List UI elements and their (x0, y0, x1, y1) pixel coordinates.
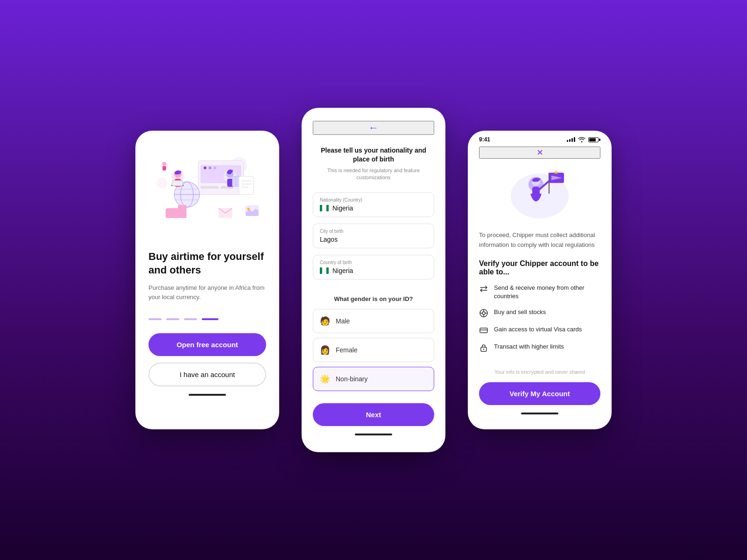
phone-3-content: ✕ (468, 147, 612, 429)
close-button[interactable]: ✕ (479, 147, 600, 159)
nationality-value: Nigeria (320, 204, 427, 212)
svg-rect-27 (239, 176, 254, 195)
city-label: City of birth (320, 229, 427, 234)
feature-4: Transact with higher limits (479, 343, 600, 352)
feature-4-text: Transact with higher limits (494, 343, 564, 351)
verify-illustration (479, 168, 600, 219)
male-emoji: 🧑 (320, 316, 330, 326)
time: 9:41 (479, 136, 490, 143)
svg-rect-26 (162, 166, 166, 171)
encrypted-note: Your info is encrypted and never shared (479, 369, 600, 375)
gender-female-option[interactable]: 👩 Female (313, 338, 434, 362)
gender-male-option[interactable]: 🧑 Male (313, 309, 434, 333)
flag-stripe-1 (320, 205, 322, 211)
feature-1: Send & receive money from other countrie… (479, 284, 600, 301)
verify-description: To proceed, Chipper must collect additio… (479, 231, 600, 250)
female-emoji: 👩 (320, 345, 330, 355)
feature-3: Gain access to virtual Visa cards (479, 325, 600, 335)
male-label: Male (336, 317, 350, 325)
nationality-field[interactable]: Nationality (Country) Nigeria (313, 192, 434, 217)
flag-stripe-3 (326, 205, 329, 211)
city-field[interactable]: City of birth Lagos (313, 224, 434, 248)
home-indicator-3 (521, 413, 558, 414)
svg-point-6 (214, 167, 217, 169)
svg-rect-7 (200, 186, 218, 189)
phone-1-illustration (148, 146, 266, 239)
city-value: Lagos (320, 236, 427, 243)
verify-svg (507, 168, 572, 219)
svg-point-50 (483, 349, 484, 350)
nationality-group: Nationality (Country) Nigeria (313, 192, 434, 217)
feature-2-text: Buy and sell stocks (494, 308, 546, 316)
form-subtitle: This is needed for regulatory and featur… (313, 167, 434, 182)
phone-3: 9:41 (468, 131, 612, 429)
gender-title: What gender is on your ID? (313, 295, 434, 302)
nonbinary-label: Non-binary (336, 375, 367, 383)
verify-heading: Verify your Chipper account to be able t… (479, 259, 600, 276)
feature-1-text: Send & receive money from other countrie… (494, 284, 600, 301)
svg-point-5 (209, 167, 211, 169)
next-button[interactable]: Next (313, 403, 434, 426)
bar-4 (574, 137, 575, 142)
svg-line-34 (184, 176, 198, 182)
progress-dots (148, 318, 266, 320)
nonbinary-emoji: 🌟 (320, 374, 330, 384)
svg-point-4 (204, 167, 206, 169)
nigeria-flag (320, 205, 329, 211)
svg-rect-47 (480, 328, 487, 333)
bar-3 (571, 138, 573, 142)
country-flag (320, 267, 329, 274)
svg-point-42 (482, 312, 485, 315)
female-label: Female (336, 346, 358, 354)
svg-point-1 (156, 178, 167, 189)
country-value: Nigeria (320, 267, 427, 274)
city-group: City of birth Lagos (313, 224, 434, 248)
home-indicator-2 (355, 434, 392, 435)
dot-3 (184, 318, 197, 320)
bar-2 (569, 139, 571, 142)
battery-fill (589, 138, 596, 141)
phone-2: ← Please tell us your nationality and pl… (302, 108, 445, 453)
home-indicator (189, 394, 226, 396)
dot-2 (166, 318, 179, 320)
country-field[interactable]: Country of birth Nigeria (313, 255, 434, 280)
card-icon (479, 326, 488, 335)
flag-stripe-c1 (320, 267, 322, 274)
gender-nonbinary-option[interactable]: 🌟 Non-binary (313, 367, 434, 391)
stocks-icon (479, 308, 488, 318)
country-text: Nigeria (332, 267, 353, 274)
form-title: Please tell us your nationality and plac… (313, 146, 434, 164)
features-list: Send & receive money from other countrie… (479, 284, 600, 360)
battery-body (588, 137, 599, 142)
battery-icon (588, 137, 600, 142)
transfer-icon (479, 284, 488, 294)
verify-account-button[interactable]: Verify My Account (479, 382, 600, 405)
dot-4 (202, 318, 218, 320)
city-text: Lagos (320, 236, 338, 243)
phone-1-title: Buy airtime for yourself and others (148, 250, 266, 277)
nationality-label: Nationality (Country) (320, 197, 427, 203)
dot-1 (148, 318, 162, 320)
feature-3-text: Gain access to virtual Visa cards (494, 325, 582, 334)
svg-point-25 (162, 162, 166, 166)
signal-icon (567, 137, 575, 142)
phones-container: Buy airtime for yourself and others Purc… (135, 108, 612, 453)
illustration-svg (148, 146, 266, 239)
flag-stripe-2 (323, 205, 325, 211)
phone-1: Buy airtime for yourself and others Purc… (135, 131, 279, 429)
country-label: Country of birth (320, 260, 427, 265)
phone-1-subtitle: Purchase anytime for anyone in Africa fr… (148, 283, 266, 301)
country-group: Country of birth Nigeria (313, 255, 434, 280)
nationality-text: Nigeria (332, 204, 353, 212)
have-account-button[interactable]: I have an account (148, 363, 266, 386)
status-bar: 9:41 (468, 131, 612, 147)
open-account-button[interactable]: Open free account (148, 333, 266, 356)
flag-stripe-c2 (323, 267, 325, 274)
feature-2: Buy and sell stocks (479, 308, 600, 318)
back-button[interactable]: ← (313, 121, 434, 135)
flag-stripe-c3 (326, 267, 329, 274)
wifi-icon (578, 137, 585, 142)
svg-rect-18 (172, 181, 183, 186)
bar-1 (567, 140, 568, 142)
lock-icon (479, 343, 488, 352)
